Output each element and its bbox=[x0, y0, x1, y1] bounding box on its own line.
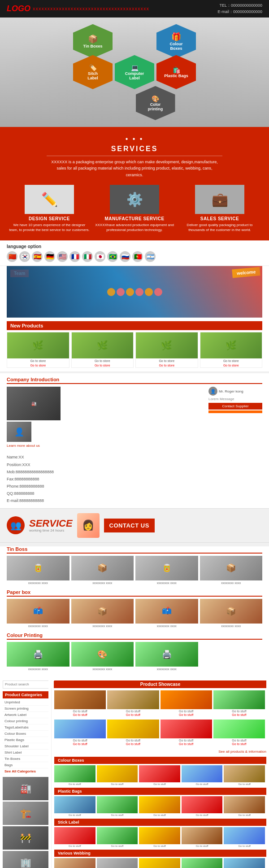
colour-item-2[interactable]: 🎨 xxxxxxxx xxxx bbox=[71, 642, 134, 672]
flag-jp[interactable]: 🇯🇵 bbox=[95, 251, 105, 262]
pb-item-2[interactable]: Go to stuff bbox=[97, 796, 138, 817]
paper-item-3[interactable]: 📫 xxxxxxxx xxxx bbox=[135, 599, 198, 629]
paper-item-1[interactable]: 📫 xxxxxxxx xxxx bbox=[7, 599, 69, 629]
paper-item-2[interactable]: 📦 xxxxxxxx xxxx bbox=[71, 599, 134, 629]
cat-colour-print[interactable]: Colour printing bbox=[3, 718, 48, 724]
showcase-item-1[interactable]: Go to stuff Go to stuff bbox=[54, 690, 106, 716]
tin-item-1[interactable]: 🥫 xxxxxxxx xxxx bbox=[7, 556, 69, 586]
cat-see-all[interactable]: See All Categories bbox=[3, 768, 48, 774]
pb-item-4[interactable]: Go to stuff bbox=[182, 796, 223, 817]
sidebar-img-4[interactable]: 🏢 bbox=[3, 851, 48, 868]
flag-kr[interactable]: 🇰🇷 bbox=[19, 251, 30, 262]
showcase-item-3[interactable]: Go to stuff Go to stuff bbox=[161, 690, 212, 716]
flag-cn[interactable]: 🇨🇳 bbox=[7, 251, 17, 262]
flag-de[interactable]: 🇩🇪 bbox=[44, 251, 55, 262]
start-order-btn[interactable] bbox=[208, 410, 262, 413]
cat-screen[interactable]: Screen printing bbox=[3, 706, 48, 712]
cat-plastic[interactable]: Plastic Bags bbox=[3, 737, 48, 743]
manufacture-service: ⚙️ MANUFACTURE SERVICE XXXXXhave advance… bbox=[94, 185, 175, 232]
cb-item-4[interactable]: Go to stuff bbox=[182, 765, 223, 786]
vw-item-4[interactable]: Go to stuff bbox=[182, 858, 223, 868]
cat-bags[interactable]: Bags bbox=[3, 762, 48, 768]
see-all-link[interactable]: See all products & information bbox=[54, 749, 266, 755]
pb-item-1[interactable]: Go to stuff bbox=[54, 796, 95, 817]
sl-item-2[interactable]: Go to stuff bbox=[97, 827, 138, 848]
showcase-item-2[interactable]: Go to stuff Go to stuff bbox=[107, 690, 159, 716]
product-card-1[interactable]: 🌿 Go to store Go to store bbox=[7, 332, 69, 368]
sales-service-title: SALES SERVICE bbox=[179, 216, 260, 221]
header: LOGO xxxxxxxxxxxxxxxxxxxxxxxxxxxxxxxxxxx… bbox=[0, 0, 269, 17]
manufacture-service-title: MANUFACTURE SERVICE bbox=[94, 216, 175, 221]
cat-shirt[interactable]: Shirt Label bbox=[3, 750, 48, 756]
hex-tin-boxes[interactable]: 📦 Tin Boxes bbox=[73, 24, 113, 58]
cat-artwork[interactable]: Artwork Label bbox=[3, 712, 48, 718]
cb-item-5[interactable]: Go to stuff bbox=[224, 765, 265, 786]
hex-stich-label[interactable]: 🏷️ SitchLabel bbox=[73, 55, 113, 89]
sl-item-5[interactable]: Go to stuff bbox=[224, 827, 265, 848]
flag-br[interactable]: 🇧🇷 bbox=[107, 251, 118, 262]
cb-item-3[interactable]: Go to stuff bbox=[139, 765, 180, 786]
showcase-item-5[interactable]: Go to stuff Go to stuff bbox=[54, 720, 106, 746]
contact-supplier-btn[interactable]: Contact Supplier bbox=[208, 403, 262, 410]
cb-item-1[interactable]: Go to stuff bbox=[54, 765, 95, 786]
new-products-grid: 🌿 Go to store Go to store 🌿 Go to store … bbox=[7, 332, 262, 368]
sales-service-desc: Deliver good quality packaging product t… bbox=[179, 222, 260, 232]
showcase-item-8[interactable]: Go to stuff Go to stuff bbox=[213, 720, 265, 746]
pb-item-3[interactable]: Go to stuff bbox=[139, 796, 180, 817]
category-list: Unprinted Screen printing Artwork Label … bbox=[3, 699, 48, 774]
tin-item-2[interactable]: 📦 xxxxxxxx xxxx bbox=[71, 556, 134, 586]
contact-us-btn[interactable]: CONTACT US bbox=[104, 519, 155, 532]
flag-it[interactable]: 🇮🇹 bbox=[82, 251, 93, 262]
search-input[interactable] bbox=[3, 681, 54, 688]
product-card-2[interactable]: 🌿 Go to store Go to store bbox=[71, 332, 134, 368]
various-webbing-subsection: Various Webbing Go to stuff Go to stuff … bbox=[54, 850, 266, 868]
product-showcase-wrap: 🔍 Product Categories Unprinted Screen pr… bbox=[0, 677, 269, 868]
colour-item-3[interactable]: 🖨️ xxxxxxxx xxxx bbox=[135, 642, 198, 672]
contact-info-block: Name:XX Position:XXX Mob:888888888888888… bbox=[0, 451, 269, 508]
flag-ar[interactable]: 🇦🇷 bbox=[145, 251, 156, 262]
hex-color-printing[interactable]: 🎨 Colorprinting bbox=[136, 86, 175, 120]
showcase-item-4[interactable]: Go to stuff Go to stuff bbox=[213, 690, 265, 716]
flag-es[interactable]: 🇪🇸 bbox=[32, 251, 43, 262]
showcase-item-7[interactable]: Go to stuff Go to stuff bbox=[161, 720, 212, 746]
pb-item-5[interactable]: Go to stuff bbox=[224, 796, 265, 817]
tin-item-4[interactable]: 📦 xxxxxxxx xxxx bbox=[200, 556, 263, 586]
vw-item-3[interactable]: Go to stuff bbox=[139, 858, 180, 868]
learn-more[interactable]: Learn more about us bbox=[7, 444, 205, 448]
sl-item-1[interactable]: Go to stuff bbox=[54, 827, 95, 848]
language-section: language option 🇨🇳 🇰🇷 🇪🇸 🇩🇪 🇺🇸 🇫🇷 🇮🇹 🇯🇵 … bbox=[0, 240, 269, 266]
hex-colour-boxes[interactable]: 🎁 ColourBoxes bbox=[156, 24, 196, 58]
paper-item-4[interactable]: 📦 xxxxxxxx xxxx bbox=[200, 599, 263, 629]
cat-tin[interactable]: Tin Boxes bbox=[3, 756, 48, 762]
cat-tags[interactable]: Tags/Label/ubs bbox=[3, 724, 48, 731]
cs-mascot: 👥 bbox=[7, 516, 25, 534]
cat-colour-boxes[interactable]: Colour Boxes bbox=[3, 731, 48, 737]
hex-computer-label[interactable]: 💻 ComputerLabel bbox=[115, 55, 154, 89]
flag-us[interactable]: 🇺🇸 bbox=[57, 251, 68, 262]
logo-decoration: xxxxxxxxxxxxxxxxxxxxxxxxxxxxxxxxxxxxxxxx bbox=[33, 6, 149, 11]
vw-item-2[interactable]: Go to stuff bbox=[97, 858, 138, 868]
vw-item-5[interactable]: Go to stuff bbox=[224, 858, 265, 868]
flag-fr[interactable]: 🇫🇷 bbox=[69, 251, 80, 262]
cat-shoulder[interactable]: Shoulder Label bbox=[3, 743, 48, 750]
sl-item-3[interactable]: Go to stuff bbox=[139, 827, 180, 848]
sidebar-img-1[interactable]: 🏭 bbox=[3, 777, 48, 800]
tin-item-3[interactable]: 🥫 xxxxxxxx xxxx bbox=[135, 556, 198, 586]
sales-service: 💼 SALES SERVICE Deliver good quality pac… bbox=[179, 185, 260, 232]
cat-unprinted[interactable]: Unprinted bbox=[3, 699, 48, 706]
sidebar-img-2[interactable]: 🏗️ bbox=[3, 802, 48, 825]
sidebar-img-3[interactable]: 🚧 bbox=[3, 826, 48, 850]
product-categories-header: Product Categories bbox=[3, 691, 48, 698]
hex-plastic-bags[interactable]: 🛍️ Plastic Bags bbox=[156, 55, 196, 89]
sales-service-img: 💼 bbox=[195, 185, 244, 214]
cb-item-2[interactable]: Go to stuff bbox=[97, 765, 138, 786]
services-description: XXXXXX is a packaging enterprise group w… bbox=[49, 159, 220, 178]
flag-pt[interactable]: 🇵🇹 bbox=[132, 251, 143, 262]
product-card-4[interactable]: 🌿 Go to store Go to store bbox=[200, 332, 263, 368]
vw-item-1[interactable]: Go to stuff bbox=[54, 858, 95, 868]
colour-item-1[interactable]: 🖨️ xxxxxxxx xxxx bbox=[7, 642, 69, 672]
sl-item-4[interactable]: Go to stuff bbox=[182, 827, 223, 848]
product-card-3[interactable]: 🌿 Go to store Go to store bbox=[135, 332, 198, 368]
flag-ru[interactable]: 🇷🇺 bbox=[120, 251, 130, 262]
showcase-item-6[interactable]: Go to stuff Go to stuff bbox=[107, 720, 159, 746]
